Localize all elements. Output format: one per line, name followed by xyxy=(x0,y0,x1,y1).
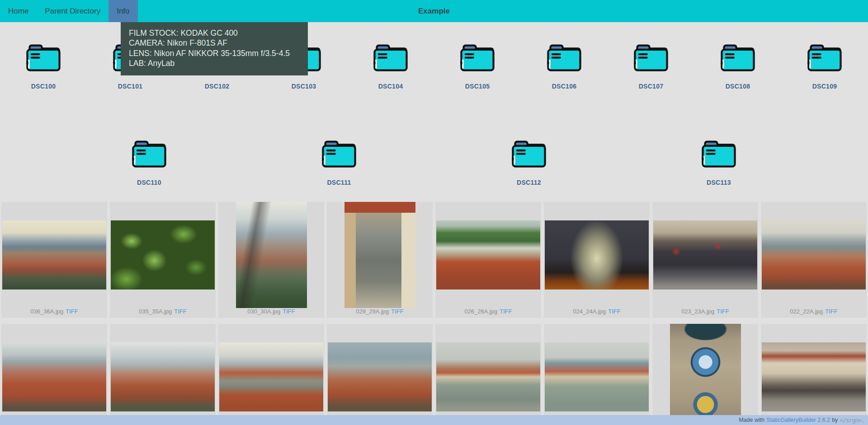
photo-thumbnail[interactable] xyxy=(219,342,323,411)
folder-item-dsc100[interactable]: DSC100 xyxy=(0,38,87,90)
photo-thumbnail[interactable] xyxy=(653,220,757,290)
image-tile: 035_35A.jpgTIFF xyxy=(110,202,216,318)
image-caption: 029_29A.jpgTIFF xyxy=(327,308,433,318)
tiff-link[interactable]: TIFF xyxy=(283,308,295,315)
folder-label: DSC108 xyxy=(726,83,750,90)
photo-thumbnail[interactable] xyxy=(436,342,540,411)
photo-area xyxy=(1,324,107,425)
photo-thumbnail[interactable] xyxy=(111,342,215,411)
footer-bar: Made with StaticGalleryBuilder 2.6.2 by … xyxy=(0,415,868,425)
folder-item-dsc109[interactable]: DSC109 xyxy=(781,38,868,90)
image-filename: 030_30A.jpg xyxy=(247,308,280,315)
image-filename: 026_26A.jpg xyxy=(464,308,497,315)
photo-area xyxy=(435,202,541,308)
image-tile xyxy=(435,324,541,425)
photo-area xyxy=(652,324,758,425)
image-caption: 036_36A.jpgTIFF xyxy=(1,308,107,318)
image-caption: 035_35A.jpgTIFF xyxy=(110,308,216,318)
footer-by-text: by xyxy=(832,417,838,423)
folder-icon xyxy=(509,135,549,172)
photo-area xyxy=(327,324,433,425)
folder-item-dsc105[interactable]: DSC105 xyxy=(434,38,521,90)
image-tile xyxy=(544,324,650,425)
tiff-link[interactable]: TIFF xyxy=(66,308,78,315)
photo-area xyxy=(110,324,216,425)
image-caption: 024_24A.jpgTIFF xyxy=(544,308,650,318)
photo-thumbnail[interactable] xyxy=(111,220,215,290)
folder-label: DSC110 xyxy=(137,179,161,186)
image-tile: 026_26A.jpgTIFF xyxy=(435,202,541,318)
folder-item-dsc113[interactable]: DSC113 xyxy=(675,135,762,186)
image-tile xyxy=(1,324,107,425)
folder-icon xyxy=(805,38,844,75)
photo-thumbnail[interactable] xyxy=(762,342,866,411)
folder-item-dsc104[interactable]: DSC104 xyxy=(347,38,434,90)
folder-label: DSC102 xyxy=(205,83,230,90)
image-filename: 035_35A.jpg xyxy=(139,308,172,315)
tooltip-line-film-stock: FILM STOCK: KODAK GC 400 xyxy=(129,28,300,38)
photo-area xyxy=(327,202,433,308)
photo-thumbnail[interactable] xyxy=(670,324,741,425)
folder-item-dsc108[interactable]: DSC108 xyxy=(694,38,781,90)
tiff-link[interactable]: TIFF xyxy=(391,308,403,315)
image-caption: 030_30A.jpgTIFF xyxy=(218,308,324,318)
srgn-logo: </srgn>. xyxy=(840,417,864,424)
folder-icon xyxy=(24,38,63,75)
folder-label: DSC113 xyxy=(707,179,731,186)
photo-thumbnail[interactable] xyxy=(762,220,866,290)
image-filename: 029_29A.jpg xyxy=(356,308,389,315)
photo-thumbnail[interactable] xyxy=(545,220,649,290)
image-filename: 023_23A.jpg xyxy=(681,308,714,315)
photo-thumbnail[interactable] xyxy=(344,202,415,308)
photo-area xyxy=(761,202,867,308)
tooltip-line-lens: LENS: Nikon AF NIKKOR 35-135mm f/3.5-4.5 xyxy=(129,48,300,58)
image-caption: 023_23A.jpgTIFF xyxy=(652,308,758,318)
nav-item-parent-directory[interactable]: Parent Directory xyxy=(37,0,108,22)
folder-item-dsc106[interactable]: DSC106 xyxy=(521,38,608,90)
image-grid: 036_36A.jpgTIFF 035_35A.jpgTIFF 030_30A.… xyxy=(0,202,868,425)
tiff-link[interactable]: TIFF xyxy=(825,308,837,315)
folder-icon xyxy=(631,38,671,75)
folder-icon xyxy=(129,135,169,172)
photo-thumbnail[interactable] xyxy=(2,342,106,411)
folder-label: DSC105 xyxy=(465,83,490,90)
photo-area xyxy=(218,324,324,425)
photo-thumbnail[interactable] xyxy=(328,342,432,411)
folder-item-dsc110[interactable]: DSC110 xyxy=(106,135,193,186)
tooltip-line-lab: LAB: AnyLab xyxy=(129,58,300,68)
folder-item-dsc111[interactable]: DSC111 xyxy=(296,135,382,186)
folder-icon xyxy=(544,38,584,75)
builder-link[interactable]: StaticGalleryBuilder 2.6.2 xyxy=(766,417,830,423)
tiff-link[interactable]: TIFF xyxy=(608,308,620,315)
folder-label: DSC100 xyxy=(31,83,56,90)
photo-thumbnail[interactable] xyxy=(545,342,649,411)
photo-area xyxy=(544,324,650,425)
tiff-link[interactable]: TIFF xyxy=(717,308,729,315)
image-tile: 024_24A.jpgTIFF xyxy=(544,202,650,318)
folder-item-dsc107[interactable]: DSC107 xyxy=(608,38,694,90)
nav-item-home[interactable]: Home xyxy=(0,0,37,22)
folder-icon xyxy=(319,135,359,172)
photo-area xyxy=(218,202,324,308)
folder-icon xyxy=(371,38,410,75)
image-tile xyxy=(218,324,324,425)
image-tile: 029_29A.jpgTIFF xyxy=(327,202,433,318)
photo-thumbnail[interactable] xyxy=(436,220,540,290)
photo-thumbnail[interactable] xyxy=(2,220,106,290)
image-tile xyxy=(327,324,433,425)
folder-label: DSC103 xyxy=(292,83,316,90)
photo-thumbnail[interactable] xyxy=(236,202,307,308)
folder-label: DSC107 xyxy=(639,83,664,90)
tiff-link[interactable]: TIFF xyxy=(500,308,512,315)
image-tile: 036_36A.jpgTIFF xyxy=(1,202,107,318)
folder-item-dsc112[interactable]: DSC112 xyxy=(486,135,572,186)
photo-area xyxy=(761,324,867,425)
footer-made-with-text: Made with xyxy=(739,417,764,423)
tooltip-line-camera: CAMERA: Nikon F-801S AF xyxy=(129,38,300,48)
nav-item-info[interactable]: Info xyxy=(108,0,137,22)
photo-area xyxy=(1,202,107,308)
tiff-link[interactable]: TIFF xyxy=(174,308,186,315)
info-tooltip: FILM STOCK: KODAK GC 400 CAMERA: Nikon F… xyxy=(121,22,308,75)
image-tile xyxy=(652,324,758,425)
photo-area xyxy=(110,202,216,308)
